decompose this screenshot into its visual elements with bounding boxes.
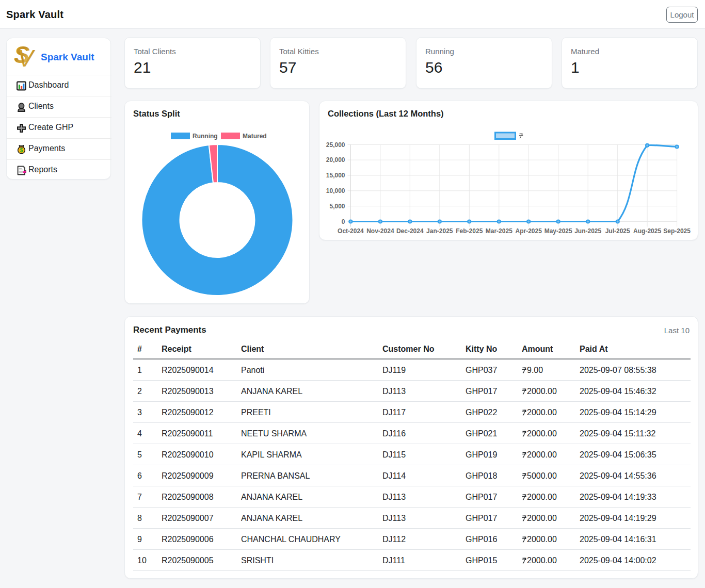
svg-text:V: V [18,45,36,68]
svg-text:Jun-2025: Jun-2025 [574,227,601,235]
svg-text:Nov-2024: Nov-2024 [366,227,394,235]
svg-text:Oct-2024: Oct-2024 [338,227,364,235]
svg-text:Apr-2025: Apr-2025 [516,227,542,235]
svg-text:May-2025: May-2025 [544,227,572,235]
svg-text:20,000: 20,000 [326,156,345,164]
svg-text:Running: Running [193,133,218,140]
svg-text:Feb-2025: Feb-2025 [456,227,483,235]
svg-text:Dec-2024: Dec-2024 [396,227,424,235]
svg-text:5,000: 5,000 [329,203,345,210]
svg-text:Mar-2025: Mar-2025 [486,227,512,235]
svg-text:$: $ [20,147,23,153]
svg-text:0: 0 [342,218,345,225]
svg-text:Aug-2025: Aug-2025 [633,227,661,235]
svg-text:15,000: 15,000 [326,172,345,179]
svg-text:25,000: 25,000 [326,141,345,149]
svg-text:Jul-2025: Jul-2025 [605,227,630,235]
svg-text:Matured: Matured [243,133,267,140]
svg-text:Jan-2025: Jan-2025 [426,227,453,235]
svg-text:Sep-2025: Sep-2025 [663,227,691,235]
svg-text:10,000: 10,000 [326,187,345,194]
